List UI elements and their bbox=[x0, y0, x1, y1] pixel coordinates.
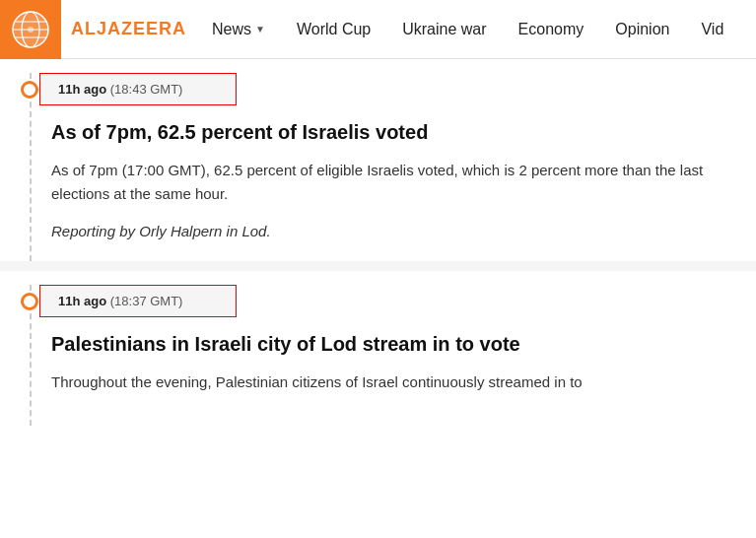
article-body-1: As of 7pm (17:00 GMT), 62.5 percent of e… bbox=[51, 159, 726, 206]
article-body-2: Throughout the evening, Palestinian citi… bbox=[51, 370, 726, 394]
timeline-inner-1: 11h ago (18:43 GMT) As of 7pm, 62.5 perc… bbox=[30, 73, 756, 261]
timeline-dot-2 bbox=[21, 293, 38, 310]
timeline-section-1: 11h ago (18:43 GMT) As of 7pm, 62.5 perc… bbox=[0, 59, 756, 261]
timeline-inner-2: 11h ago (18:37 GMT) Palestinians in Isra… bbox=[30, 285, 756, 426]
logo-text: ALJAZEERA bbox=[71, 19, 186, 39]
timestamp-label-1: 11h ago (18:43 GMT) bbox=[58, 82, 182, 97]
nav-item-vid[interactable]: Vid bbox=[685, 0, 739, 59]
article-2: Palestinians in Israeli city of Lod stre… bbox=[32, 317, 756, 426]
timeline-dot-1 bbox=[21, 81, 38, 99]
article-title-1: As of 7pm, 62.5 percent of Israelis vote… bbox=[51, 119, 726, 145]
timestamp-row-2: 11h ago (18:37 GMT) bbox=[32, 285, 756, 317]
timeline-section-2: 11h ago (18:37 GMT) Palestinians in Isra… bbox=[0, 271, 756, 426]
section-divider bbox=[0, 261, 756, 271]
timestamp-box-1: 11h ago (18:43 GMT) bbox=[39, 73, 237, 105]
nav-news-chevron: ▼ bbox=[255, 24, 265, 34]
header: ALJAZEERA News ▼ World Cup Ukraine war E… bbox=[0, 0, 756, 59]
nav-item-worldcup[interactable]: World Cup bbox=[281, 0, 386, 59]
content-area: 11h ago (18:43 GMT) As of 7pm, 62.5 perc… bbox=[0, 59, 756, 426]
aljazeera-logo-icon bbox=[12, 11, 49, 48]
gmt-2: (18:37 GMT) bbox=[110, 294, 183, 308]
svg-point-6 bbox=[28, 27, 34, 33]
article-byline-1: Reporting by Orly Halpern in Lod. bbox=[51, 220, 726, 243]
nav-item-opinion[interactable]: Opinion bbox=[599, 0, 685, 59]
timestamp-label-2: 11h ago (18:37 GMT) bbox=[58, 294, 182, 308]
logo-area bbox=[0, 0, 61, 59]
nav-item-news[interactable]: News ▼ bbox=[196, 0, 281, 59]
main-nav: News ▼ World Cup Ukraine war Economy Opi… bbox=[196, 0, 739, 59]
nav-item-economy[interactable]: Economy bbox=[503, 0, 600, 59]
article-1: As of 7pm, 62.5 percent of Israelis vote… bbox=[32, 105, 756, 261]
timestamp-row-1: 11h ago (18:43 GMT) bbox=[32, 73, 756, 105]
gmt-1: (18:43 GMT) bbox=[110, 82, 183, 97]
article-title-2: Palestinians in Israeli city of Lod stre… bbox=[51, 331, 726, 357]
timestamp-box-2: 11h ago (18:37 GMT) bbox=[39, 285, 237, 317]
nav-item-ukraine[interactable]: Ukraine war bbox=[386, 0, 502, 59]
